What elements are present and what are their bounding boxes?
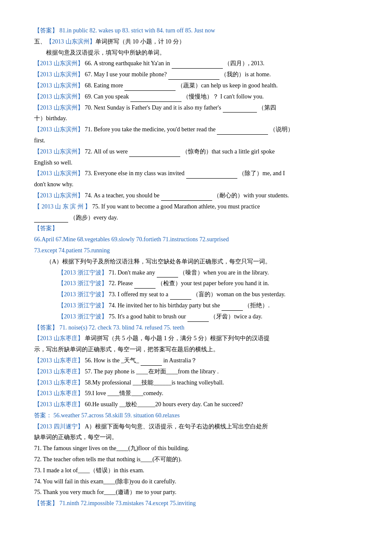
q75-blank[interactable] [34,222,68,223]
q68-blank[interactable] [124,90,176,91]
q73-blank[interactable] [186,178,237,179]
q71-line2: first. [34,136,358,146]
q73-line2: don't know why. [34,179,358,190]
q72-line: 【2013 山东滨州】 72. All of us were （惊奇的）that… [34,147,358,157]
q75-line2: （跑步）every day. [34,213,358,223]
zj74-blank[interactable] [222,310,243,311]
q72-blank[interactable] [129,156,180,157]
q74-line: 【2013 山东滨州】 74. As a teacher, you should… [34,191,358,201]
answer1-label: 【答案】 [34,27,58,34]
q71-line: 【2013 山东滨州】 71. Before you take the medi… [34,124,358,135]
q72-line2: English so well. [34,158,358,168]
zz-section-title2: 示，写出所缺单词的正确形式，每空一词，把答案写在题后的横线上。 [34,344,358,355]
zj71-blank[interactable] [157,277,178,278]
zj75-line: 【2013 浙江宁波】 75. It's a good habit to bru… [34,312,358,322]
zj74-line: 【2013 浙江宁波】 74. He invited her to his bi… [34,301,358,311]
answer-1-line: 【答案】 81.in public 82. wakes up 83. stric… [34,26,358,36]
ez56-blank[interactable] [141,365,162,366]
answer4-line: 答案： 56.weather 57.across 58.skill 59. si… [34,410,358,421]
q70-line: 【2013 山东滨州】 70. Next Sunday is Father's … [34,103,358,113]
zj71-line: 【2013 浙江宁波】 71. Don't make any （噪音）when … [34,268,358,278]
q67-blank[interactable] [168,79,219,80]
ez57-line: 【2013 山东枣庄】 57. The pay phone is ____在对面… [34,367,358,377]
q66-blank[interactable] [172,68,223,69]
q69-line: 【2013 山东滨州】 69. Can you speak （慢慢地）？ I c… [34,92,358,102]
answer2-text1: 66.April 67.Mine 68.vegetables 69.slowly… [34,234,358,245]
q69-blank[interactable] [130,101,182,102]
sc73-line: 73. I made a lot of____（错误）in this exam. [34,465,358,476]
q73-line: 【2013 山东滨州】 73. Everyone else in my clas… [34,168,358,179]
section5-instruction: 根据句意及汉语提示，填写句中所缺的单词。 [34,48,358,58]
ez60-line: 【2013 山东枣庄】 60.He usually __放松______20 h… [34,399,358,410]
answer3-line: 【答案】 71. noise(s) 72. check 73. blind 74… [34,323,358,333]
ez58-line: 【2013 山东枣庄】 58.My professional ___技能____… [34,378,358,388]
zj75-blank[interactable] [187,321,209,322]
answer2-label-line: 【答案】 [34,223,358,234]
q67-line: 【2013 山东滨州】 67. May I use your mobile ph… [34,69,358,80]
page-content: 【答案】 81.in public 82. wakes up 83. stric… [34,26,358,509]
q68-line: 【2013 山东滨州】 68. Eating more （蔬菜）can help… [34,81,358,91]
sc-section-title2: 缺单词的正确形式，每空一词。 [34,432,358,442]
answer2-text2: 73.except 74.patient 75.running [34,246,358,256]
answer1-text: 81.in public 82. wakes up 83. strict wit… [60,27,215,34]
q70-line2: 十）birthday. [34,113,358,124]
q66-line: 【2013 山东滨州】 66. A strong earthquake hit … [34,58,358,69]
section5-title: 五、【2013 山东滨州】单词拼写（共 10 小题，计 10 分） [34,37,358,47]
sc75-line: 75. Thank you very much for____(邀请）me to… [34,487,358,497]
q71-blank[interactable] [217,134,268,135]
sc-section-title: 【2013 四川遂宁】 A）根据下面每句句意、汉语提示，在句子右边的横线上写出空… [34,422,358,432]
sc74-line: 74. You will fail in this exam____(除非)yo… [34,477,358,487]
zz-section-title: 【2013 山东枣庄】 单词拼写（共 5 小题，每小题 1 分，满分 5 分）根… [34,333,358,344]
sc71-line: 71. The famous singer lives on the____(九… [34,443,358,454]
zj72-blank[interactable] [134,288,156,289]
answer5-line: 【答案】 71.ninth 72.impossible 73.mistakes … [34,498,358,509]
sc72-line: 72. The teacher often tells me that noth… [34,454,358,465]
zj-section-title: （A）根据下列句子及所给汉语注释，写出空缺处各单词的正确形式，每空只写一词。 [34,257,358,267]
ez56-line: 【2013 山东枣庄】 56. How is the _天气_ in Austr… [34,356,358,366]
zj73-blank[interactable] [170,299,191,300]
zj72-line: 【2013 浙江宁波】 72. Please （检查）your test pap… [34,278,358,289]
q74-blank[interactable] [161,200,212,201]
ez59-line: 【2013 山东枣庄】 59.I love ____情景____comedy. [34,388,358,399]
q75-line: 【 2013 山 东 滨 州 】 75. If you want to beco… [34,202,358,212]
q70-blank[interactable] [223,112,257,113]
zj73-line: 【2013 浙江宁波】 73. I offered my seat to a （… [34,289,358,300]
